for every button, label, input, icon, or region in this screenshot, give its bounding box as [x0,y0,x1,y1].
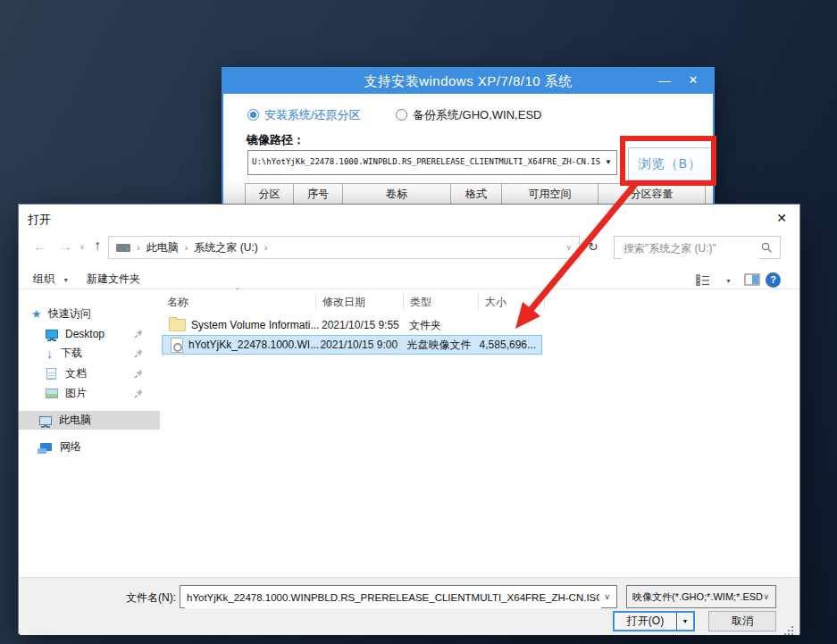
pin-icon [134,348,144,358]
filename-label: 文件名(N): [126,590,176,606]
star-icon: ★ [31,308,42,320]
partition-table-header: 分区 序号 卷标 格式 可用空间 分区容量 [245,183,706,205]
history-chevron-icon[interactable]: ∨ [80,243,85,251]
preview-pane-icon[interactable] [744,273,760,286]
drive-icon [116,244,130,252]
installer-titlebar[interactable]: 支持安装windows XP/7/8/10 系统 — ✕ [223,69,713,94]
disc-image-icon [171,338,183,353]
file-date: 2021/10/15 9:55 [322,319,409,331]
breadcrumb-drive-u[interactable]: 系统之家 (U:) [194,240,257,255]
column-header-size[interactable]: 大小 [485,295,506,310]
sidebar-item-desktop[interactable]: Desktop [19,324,160,343]
installer-title: 支持安装windows XP/7/8/10 系统 [223,69,713,94]
sidebar-label: Desktop [65,328,105,340]
computer-icon [39,416,52,425]
breadcrumb-separator: › [185,242,188,253]
file-size: 4,585,696... [480,339,536,351]
open-file-dialog: 打开 ✕ ← → ∨ ↑ › 此电脑 › 系统之家 (U:) › ∨ ↻ 组织 … [18,204,800,634]
col-partition: 分区 [245,183,294,205]
sidebar-label: 此电脑 [59,413,91,428]
download-icon: ↓ [46,348,53,359]
column-header-name[interactable]: 名称 [167,295,188,310]
breadcrumb: › 此电脑 › 系统之家 (U:) › ∨ [108,236,580,259]
sort-ascending-icon: ˆ [236,288,239,297]
close-icon[interactable]: ✕ [682,69,704,92]
filetype-dropdown[interactable]: 映像文件(*.GHO;*.WIM;*.ESD; ∨ [626,585,776,608]
file-type: 光盘映像文件 [406,338,479,353]
column-divider[interactable] [403,292,404,310]
network-icon [40,443,52,451]
sidebar-label: 文档 [65,366,87,381]
address-history-icon[interactable]: ∨ [565,243,572,252]
pin-icon [134,369,144,379]
column-header-date[interactable]: 修改日期 [322,295,365,310]
filename-combobox: ∨ [180,585,617,608]
cancel-button[interactable]: 取消 [708,611,776,631]
views-chevron-icon[interactable]: ▼ [725,278,732,284]
sidebar-label: 快速访问 [48,306,91,322]
chevron-down-icon[interactable]: ∨ [604,592,610,601]
minimize-icon[interactable]: — [654,69,675,92]
file-name: hYotYjKk_22478.1000.WI... [188,339,321,351]
col-label: 卷标 [343,183,451,205]
organize-button[interactable]: 组织 ▼ [33,272,69,287]
file-type: 文件夹 [409,318,441,333]
refresh-icon[interactable]: ↻ [588,239,598,254]
search-icon[interactable] [761,242,773,254]
breadcrumb-this-pc[interactable]: 此电脑 [146,240,179,255]
close-icon[interactable]: ✕ [769,208,794,228]
chevron-down-icon[interactable]: ▼ [605,158,612,166]
image-path-label: 镜像路径： [247,132,305,148]
file-date: 2021/10/15 9:00 [320,339,406,351]
new-folder-button[interactable]: 新建文件夹 [87,272,140,287]
pictures-icon [46,389,58,398]
radio-unselected-icon [396,109,407,121]
open-split-chevron-icon[interactable]: ▼ [676,613,693,630]
sidebar-item-pictures[interactable]: 图片 [19,384,160,403]
dialog-title: 打开 [28,212,51,228]
sidebar-item-this-pc[interactable]: 此电脑 [19,411,160,430]
col-capacity: 分区容量 [598,183,706,205]
document-icon [46,368,56,380]
sidebar-label: 网络 [60,439,81,455]
details-view-icon[interactable] [696,274,710,286]
sidebar-item-documents[interactable]: 文档 [19,364,160,383]
toolbar-divider [19,289,799,289]
breadcrumb-separator: › [137,242,140,253]
search-input[interactable] [622,238,759,259]
highlight-rectangle [620,136,716,186]
radio-selected-icon [247,109,259,121]
sidebar-item-quick-access[interactable]: ★ 快速访问 [19,305,160,323]
folder-icon [169,319,186,331]
sidebar-item-network[interactable]: 网络 [19,438,160,456]
forward-icon[interactable]: → [59,238,72,254]
desktop-icon [46,330,58,339]
radio-install-system[interactable]: 安装系统/还原分区 [247,107,361,123]
file-name: System Volume Informati... [191,319,322,331]
filename-input[interactable] [185,587,601,608]
search-box [614,236,781,259]
sidebar-item-downloads[interactable]: ↓ 下载 [19,344,160,363]
chevron-down-icon: ∨ [763,592,769,601]
up-icon[interactable]: ↑ [94,238,101,254]
column-header-type[interactable]: 类型 [410,295,431,310]
col-free-space: 可用空间 [502,183,598,205]
column-divider[interactable] [478,292,479,310]
pin-icon [134,389,144,398]
image-path-value: U:\hYotYjKk_22478.1000.WINPBLD.RS_PREREL… [252,157,600,166]
open-button[interactable]: 打开(O) ▼ [613,611,695,631]
organize-label: 组织 [33,272,54,285]
filetype-value: 映像文件(*.GHO;*.WIM;*.ESD; [632,590,763,604]
back-icon[interactable]: ← [33,238,46,254]
help-icon[interactable]: ? [766,272,781,288]
resize-grip[interactable] [791,626,793,628]
radio-backup-label: 备份系统/GHO,WIN,ESD [413,108,541,121]
col-format: 格式 [451,183,502,205]
column-divider[interactable] [544,292,545,310]
open-button-label: 打开(O) [615,613,676,630]
file-row-iso-selected[interactable]: hYotYjKk_22478.1000.WI... 2021/10/15 9:0… [162,335,542,355]
column-divider[interactable] [315,292,316,310]
radio-backup-system[interactable]: 备份系统/GHO,WIN,ESD [396,107,541,123]
file-row-folder[interactable]: System Volume Informati... 2021/10/15 9:… [162,315,542,335]
image-path-combobox[interactable]: U:\hYotYjKk_22478.1000.WINPBLD.RS_PREREL… [247,150,617,175]
